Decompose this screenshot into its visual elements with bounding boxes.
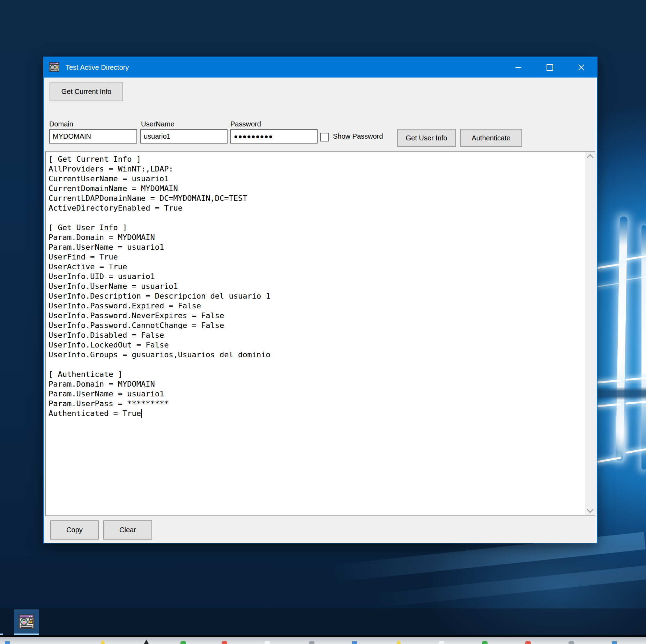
- authenticate-button[interactable]: Authenticate: [460, 129, 522, 147]
- domain-label: Domain: [49, 120, 73, 128]
- close-button[interactable]: [565, 57, 597, 78]
- taskbar-icon-fragment: [143, 639, 149, 644]
- titlebar[interactable]: Test Active Directory: [44, 57, 597, 78]
- show-password-label[interactable]: Show Password: [333, 129, 383, 144]
- domain-input[interactable]: [49, 129, 137, 144]
- output-console[interactable]: [ Get Current Info ] AllProviders = WinN…: [45, 151, 595, 516]
- taskbar-icon-fragment: [525, 641, 531, 644]
- console-text[interactable]: [ Get Current Info ] AllProviders = WinN…: [46, 152, 585, 515]
- password-label: Password: [230, 120, 261, 128]
- maximize-button[interactable]: [534, 57, 565, 78]
- taskbar: [0, 608, 646, 635]
- taskbar-icon-fragment: [180, 641, 186, 644]
- console-scrollbar[interactable]: [585, 152, 595, 515]
- taskbar-icon-fragment: [612, 641, 617, 644]
- username-input[interactable]: [140, 129, 228, 144]
- taskbar-icon-fragment: [482, 641, 488, 644]
- minimize-icon: [515, 67, 521, 68]
- wallpaper-pane-edge: [595, 263, 620, 269]
- maximize-icon: [547, 64, 553, 71]
- taskbar-icon-fragment: [352, 641, 357, 644]
- taskbar-icon-fragment: [569, 641, 574, 644]
- wallpaper-glow: [614, 402, 630, 464]
- taskbar-icon-fragment: [222, 641, 227, 644]
- wallpaper-crossbar: [597, 387, 646, 400]
- show-password-checkbox[interactable]: [320, 133, 329, 141]
- clear-button[interactable]: Clear: [103, 520, 152, 540]
- app-icon[interactable]: [49, 62, 59, 74]
- get-current-info-button[interactable]: Get Current Info: [50, 82, 123, 101]
- taskbar-app-button[interactable]: [14, 609, 39, 634]
- taskbar-icon-fragment: [265, 641, 270, 644]
- close-icon: [578, 64, 585, 71]
- taskbar-app-icon: [18, 613, 35, 630]
- chevron-up-icon[interactable]: [587, 154, 594, 161]
- app-window: Test Active Directory Get Current Info D…: [43, 57, 597, 543]
- wallpaper-beam: [641, 225, 646, 470]
- desktop: Test Active Directory Get Current Info D…: [0, 0, 646, 644]
- taskbar-icon-fragment: [395, 639, 401, 644]
- wallpaper-pane-edge: [595, 283, 619, 288]
- taskbar-icon-fragment: [99, 639, 105, 644]
- taskbar-icon-fragment: [309, 641, 314, 644]
- chevron-down-icon[interactable]: [587, 506, 594, 513]
- taskbar-icon-fragment: [5, 641, 10, 644]
- taskbar-icon-fragment: [439, 641, 444, 644]
- copy-button[interactable]: Copy: [50, 520, 99, 540]
- password-input[interactable]: [230, 129, 318, 144]
- bottom-strip: [0, 637, 646, 644]
- username-label: UserName: [141, 120, 175, 128]
- get-user-info-button[interactable]: Get User Info: [397, 129, 456, 147]
- text-caret: [141, 409, 142, 418]
- window-controls: [503, 57, 597, 78]
- window-title: Test Active Directory: [66, 57, 129, 78]
- minimize-button[interactable]: [503, 57, 534, 78]
